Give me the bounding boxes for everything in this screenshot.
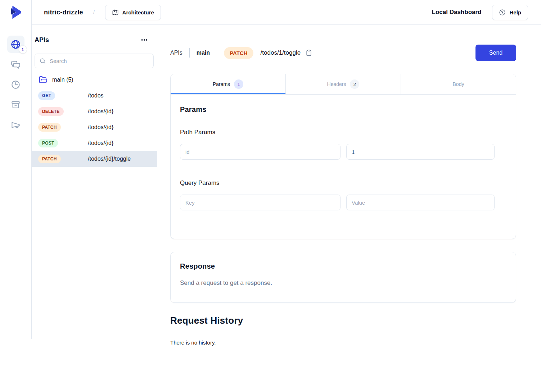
architecture-button-label: Architecture	[122, 9, 154, 15]
method-badge: PATCH	[38, 155, 61, 163]
method-badge: POST	[38, 139, 58, 147]
route-row[interactable]: GET /todos	[32, 88, 157, 104]
tab-headers[interactable]: Headers 2	[285, 74, 401, 94]
breadcrumb-apis: APIs	[170, 50, 182, 56]
sidebar-header: APIs	[35, 35, 150, 45]
route-path: /todos/{id}	[88, 124, 113, 131]
route-row[interactable]: POST /todos/{id}	[32, 135, 157, 151]
search-input[interactable]	[50, 58, 149, 64]
api-folder-main[interactable]: main (5)	[32, 72, 157, 88]
project-name: nitric-drizzle	[44, 9, 83, 16]
request-path: /todos/1/toggle	[261, 49, 301, 56]
help-circle-icon	[499, 9, 506, 16]
rail-item-apis[interactable]: 1	[7, 36, 24, 53]
path-param-key-input[interactable]	[180, 144, 341, 160]
route-path: /todos/{id}/toggle	[88, 156, 131, 162]
path-param-value-input[interactable]	[346, 144, 495, 160]
route-path: /todos	[88, 92, 104, 99]
breadcrumb-divider	[217, 48, 217, 58]
api-folder-label: main (5)	[52, 77, 73, 83]
response-empty-message: Send a request to get a response.	[180, 279, 506, 287]
help-button[interactable]: Help	[492, 5, 528, 20]
main-panel: APIs main PATCH /todos/1/toggle Send Par…	[157, 25, 541, 360]
clock-icon	[11, 80, 21, 90]
chat-icon	[11, 60, 21, 69]
response-card: Response Send a request to get a respons…	[170, 252, 516, 303]
route-row[interactable]: DELETE /todos/{id}	[32, 104, 157, 119]
method-badge: GET	[38, 91, 55, 100]
clipboard-icon	[305, 49, 312, 56]
tab-params[interactable]: Params 1	[171, 74, 285, 94]
tab-params-label: Params	[213, 81, 230, 87]
map-icon	[112, 9, 119, 16]
path-params-title: Path Params	[180, 129, 506, 136]
sidebar-menu-button[interactable]	[139, 35, 150, 45]
request-history-empty: There is no history.	[170, 339, 516, 346]
tab-body[interactable]: Body	[401, 74, 516, 94]
breadcrumb-divider	[189, 48, 190, 58]
params-title: Params	[180, 105, 506, 114]
route-row-selected[interactable]: PATCH /todos/{id}/toggle	[32, 151, 157, 167]
route-row[interactable]: PATCH /todos/{id}	[32, 119, 157, 135]
apis-sidebar: APIs main (5) GET /todos DELETE	[32, 25, 157, 339]
tab-headers-label: Headers	[327, 81, 346, 87]
rail-item-topics[interactable]	[7, 116, 24, 133]
search-box[interactable]	[35, 54, 154, 68]
architecture-button[interactable]: Architecture	[105, 5, 161, 20]
copy-path-button[interactable]	[305, 49, 313, 57]
rail-item-websockets[interactable]	[7, 56, 24, 73]
request-bar: APIs main PATCH /todos/1/toggle Send	[170, 45, 516, 61]
request-history-title: Request History	[170, 315, 516, 326]
rail-nav: 1	[7, 36, 24, 136]
folder-open-icon	[39, 76, 48, 84]
query-param-value-input[interactable]	[346, 195, 495, 210]
nitric-logo	[8, 4, 24, 20]
topbar: nitric-drizzle / Architecture Local Dash…	[32, 0, 541, 25]
tab-body-label: Body	[453, 81, 464, 87]
route-path: /todos/{id}	[88, 108, 113, 115]
query-params-title: Query Params	[180, 179, 506, 187]
request-options-card: Params 1 Headers 2 Body Params Path Para…	[170, 74, 516, 239]
tab-headers-badge: 2	[350, 79, 359, 89]
params-panel: Params Path Params Query Params	[171, 95, 516, 239]
request-tabs: Params 1 Headers 2 Body	[171, 74, 516, 95]
ellipsis-icon	[140, 36, 148, 44]
response-title: Response	[180, 262, 506, 270]
sidebar-title: APIs	[35, 36, 49, 44]
request-method-badge: PATCH	[224, 47, 253, 59]
archive-icon	[11, 100, 21, 110]
query-param-key-input[interactable]	[180, 195, 341, 210]
dashboard-title: Local Dashboard	[432, 9, 482, 16]
breadcrumb-api-name: main	[197, 50, 210, 56]
route-path: /todos/{id}	[88, 140, 113, 146]
topbar-right: Local Dashboard Help	[432, 5, 528, 20]
megaphone-icon	[11, 120, 21, 130]
path-param-row	[180, 144, 506, 160]
method-badge: DELETE	[38, 107, 64, 116]
icon-rail: 1	[0, 0, 32, 339]
send-button[interactable]: Send	[475, 45, 516, 61]
api-count-badge: 1	[19, 45, 27, 54]
rail-item-schedules[interactable]	[7, 76, 24, 93]
breadcrumb-separator: /	[93, 9, 95, 16]
tab-params-badge: 1	[234, 79, 243, 89]
help-button-label: Help	[509, 9, 521, 15]
query-param-row	[180, 195, 506, 210]
rail-item-storage[interactable]	[7, 96, 24, 113]
method-badge: PATCH	[38, 123, 61, 132]
search-icon	[39, 58, 46, 64]
